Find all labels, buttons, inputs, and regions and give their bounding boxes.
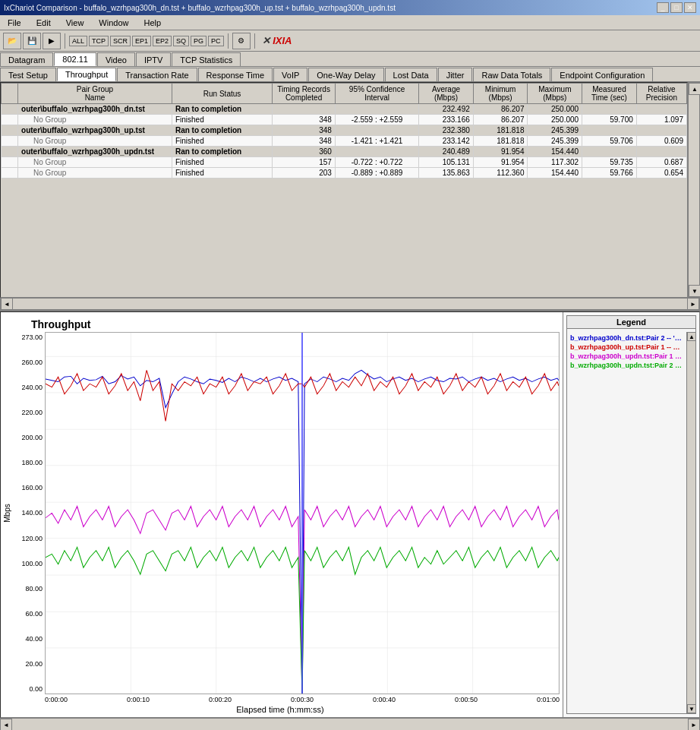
title-bar: IxChariot Comparison - buffalo_wzrhpag30… — [0, 0, 700, 15]
x-axis-values: 0:00:00 0:00:10 0:00:20 0:00:30 0:00:40 … — [45, 696, 560, 703]
menu-bar: File Edit View Window Help — [0, 15, 700, 30]
cell-records: 203 — [273, 168, 336, 179]
cell-group: No Group — [18, 115, 172, 125]
close-button[interactable]: ✕ — [684, 2, 696, 13]
cell-icon — [2, 115, 18, 125]
cell-status: Ran to completion — [172, 104, 272, 115]
legend-scroll-down[interactable]: ▼ — [687, 704, 695, 713]
open-button[interactable]: 📂 — [3, 33, 21, 49]
menu-window[interactable]: Window — [94, 17, 133, 29]
scroll-down-button[interactable]: ▼ — [689, 285, 700, 297]
tab-raw-data-totals[interactable]: Raw Data Totals — [473, 68, 550, 81]
legend-items-container: b_wzrhpag300h_dn.tst:Pair 2 -- 'W/... b_… — [567, 332, 686, 713]
filter-sq[interactable]: SQ — [173, 36, 189, 46]
save-button[interactable]: 💾 — [23, 33, 41, 49]
cell-precision: 0.609 — [636, 136, 686, 147]
scroll-up-button[interactable]: ▲ — [689, 83, 700, 95]
x-val-10: 0:00:10 — [127, 696, 150, 703]
tab-iptv[interactable]: IPTV — [136, 52, 171, 66]
cell-minimum: 181.818 — [473, 136, 528, 147]
table-row: No Group Finished 157 -0.722 : +0.722 10… — [2, 157, 687, 168]
chart-bottom-scroll[interactable]: ◄ ► — [0, 718, 700, 730]
filter-ep2[interactable]: EP2 — [153, 36, 172, 46]
filter-tcp[interactable]: TCP — [89, 36, 109, 46]
tab-endpoint-config[interactable]: Endpoint Configuration — [551, 68, 653, 81]
menu-view[interactable]: View — [61, 17, 89, 29]
chart-main: Throughput Mbps 273.00 260.00 240.00 220… — [1, 312, 563, 717]
table-row: No Group Finished 348 -1.421 : +1.421 23… — [2, 136, 687, 147]
maximize-button[interactable]: □ — [670, 2, 683, 13]
cell-maximum: 117.302 — [528, 157, 582, 168]
th-minimum: Minimum(Mbps) — [473, 84, 528, 104]
legend-item-dn[interactable]: b_wzrhpag300h_dn.tst:Pair 2 -- 'W/... — [569, 333, 685, 343]
tab-video[interactable]: Video — [97, 52, 135, 66]
cell-icon — [2, 104, 18, 115]
tab-voip[interactable]: VoIP — [273, 68, 307, 81]
cell-file: outer\buffalo_wzrhpag300h_updn.tst — [18, 147, 172, 157]
cell-maximum: 245.399 — [528, 136, 582, 147]
menu-edit[interactable]: Edit — [32, 17, 55, 29]
legend-item-updn1[interactable]: b_wzrhpag300h_updn.tst:Pair 1 -- l... — [569, 352, 685, 361]
minimize-button[interactable]: _ — [657, 2, 669, 13]
cell-maximum: 250.000 — [528, 115, 582, 125]
legend-item-updn2[interactable]: b_wzrhpag300h_updn.tst:Pair 2 -- '... — [569, 361, 685, 370]
tab-test-setup[interactable]: Test Setup — [0, 68, 56, 81]
cell-precision — [636, 147, 686, 157]
cell-average: 240.489 — [419, 147, 474, 157]
cell-average: 233.142 — [419, 136, 474, 147]
toolbar: 📂 💾 ▶ ALL TCP SCR EP1 EP2 SQ PG PC ⚙ ✕ I… — [0, 30, 700, 52]
scroll-right-button[interactable]: ► — [687, 298, 699, 310]
options-button[interactable]: ⚙ — [232, 33, 251, 49]
tab-80211[interactable]: 802.11 — [54, 52, 96, 66]
run-button[interactable]: ▶ — [43, 33, 61, 49]
tab-datagram[interactable]: Datagram — [0, 52, 53, 66]
cell-maximum: 154.440 — [528, 147, 582, 157]
cell-status: Ran to completion — [172, 125, 272, 136]
legend-scroll-up[interactable]: ▲ — [687, 332, 695, 341]
x-val-40: 0:00:40 — [373, 696, 396, 703]
x-val-50: 0:00:50 — [455, 696, 478, 703]
cell-records: 348 — [273, 125, 336, 136]
chart-scroll-left[interactable]: ◄ — [0, 719, 12, 730]
cell-icon — [2, 157, 18, 168]
cell-status: Finished — [172, 115, 272, 125]
th-pair-group: Pair GroupName — [18, 84, 172, 104]
filter-ep1[interactable]: EP1 — [132, 36, 151, 46]
table-hscroll[interactable]: ◄ ► — [0, 298, 700, 310]
cell-maximum: 250.000 — [528, 104, 582, 115]
cell-confidence: -0.889 : +0.889 — [335, 168, 418, 179]
table-row: outer\buffalo_wzrhpag300h_dn.tst Ran to … — [2, 104, 687, 115]
cell-confidence — [335, 147, 418, 157]
tab-one-way-delay[interactable]: One-Way Delay — [308, 68, 383, 81]
cell-status: Finished — [172, 136, 272, 147]
chart-plot — [45, 332, 560, 694]
cell-minimum: 91.954 — [473, 157, 528, 168]
legend-scroll-track — [687, 341, 695, 704]
filter-pc[interactable]: PC — [208, 36, 224, 46]
tab-tcp-statistics[interactable]: TCP Statistics — [172, 52, 241, 66]
filter-pg[interactable]: PG — [191, 36, 207, 46]
menu-file[interactable]: File — [3, 17, 26, 29]
cell-confidence — [335, 125, 418, 136]
menu-help[interactable]: Help — [139, 17, 166, 29]
cell-precision: 1.097 — [636, 115, 686, 125]
cell-maximum: 154.440 — [528, 168, 582, 179]
separator-2 — [228, 33, 229, 49]
scroll-left-button[interactable]: ◄ — [1, 298, 13, 310]
chart-scroll-right[interactable]: ► — [688, 719, 700, 730]
table-vscroll[interactable]: ▲ ▼ — [688, 82, 700, 298]
tab-lost-data[interactable]: Lost Data — [385, 68, 437, 81]
separator-3 — [254, 33, 255, 49]
tab-jitter[interactable]: Jitter — [438, 68, 473, 81]
filter-all[interactable]: ALL — [69, 36, 87, 46]
tab-transaction-rate[interactable]: Transaction Rate — [117, 68, 197, 81]
legend-item-up[interactable]: b_wzrhpag300h_up.tst:Pair 1 -- LA... — [569, 343, 685, 352]
table-scroll-area[interactable]: Pair GroupName Run Status Timing Records… — [0, 82, 688, 298]
tab-throughput[interactable]: Throughput — [57, 68, 116, 81]
cell-average: 232.380 — [419, 125, 474, 136]
filter-scr[interactable]: SCR — [110, 36, 131, 46]
tab-response-time[interactable]: Response Time — [198, 68, 273, 81]
table-section: Datagram 802.11 Video IPTV TCP Statistic… — [0, 52, 700, 310]
th-run-status: Run Status — [172, 84, 272, 104]
legend-scroll[interactable]: ▲ ▼ — [686, 332, 695, 713]
